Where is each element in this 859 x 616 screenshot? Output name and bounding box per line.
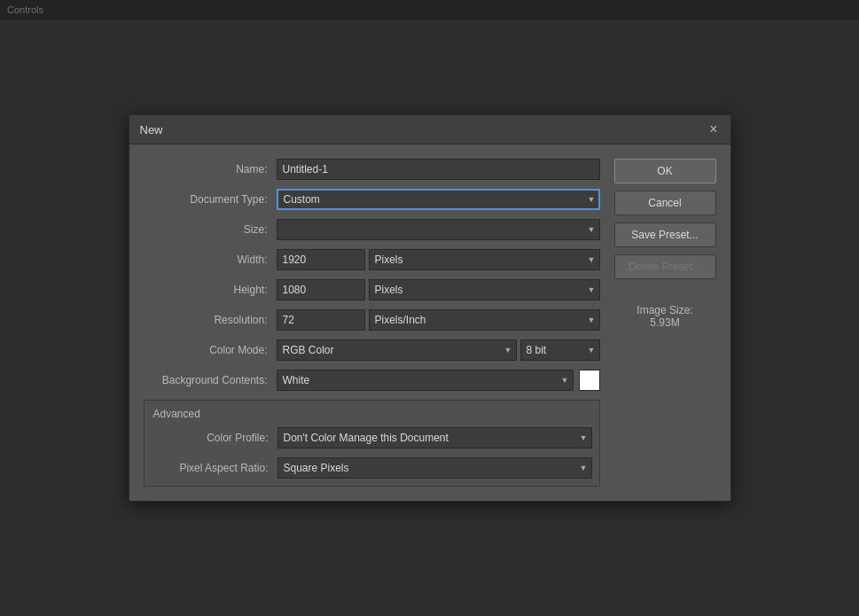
doc-type-row: Document Type: Custom Default Photoshop … xyxy=(144,189,600,210)
width-unit-select[interactable]: Pixels Inches Centimeters Millimeters Po… xyxy=(369,249,600,270)
size-select-row xyxy=(277,219,600,240)
height-input[interactable] xyxy=(277,279,365,300)
color-profile-select[interactable]: Don't Color Manage this Document sRGB IE… xyxy=(277,427,592,448)
width-row: Width: Pixels Inches Centimeters Millime… xyxy=(144,249,600,270)
save-preset-button[interactable]: Save Preset... xyxy=(614,222,716,247)
ok-button[interactable]: OK xyxy=(614,159,716,183)
color-swatch[interactable] xyxy=(579,370,600,391)
image-size-label: Image Size: xyxy=(614,304,716,316)
bg-contents-group: White Background Color Transparent xyxy=(277,370,600,391)
size-row: Size: xyxy=(144,219,600,240)
color-depth-select[interactable]: 8 bit 16 bit 32 bit xyxy=(520,339,600,361)
image-size-value: 5.93M xyxy=(614,316,716,329)
name-input[interactable] xyxy=(277,159,600,180)
width-input-group: Pixels Inches Centimeters Millimeters Po… xyxy=(277,249,600,270)
doc-type-label: Document Type: xyxy=(144,193,277,206)
color-mode-row: Color Mode: RGB Color CMYK Color Graysca… xyxy=(144,339,600,361)
buttons-section: OK Cancel Save Preset... Delete Preset..… xyxy=(614,159,716,487)
bg-contents-wrapper: White Background Color Transparent xyxy=(277,370,574,391)
pixel-ratio-label: Pixel Aspect Ratio: xyxy=(144,462,277,474)
resolution-input-group: Pixels/Inch Pixels/Centimeter xyxy=(277,309,600,331)
width-label: Width: xyxy=(144,253,277,266)
height-unit-wrapper: Pixels Inches Centimeters Millimeters Po… xyxy=(369,279,600,300)
color-mode-select[interactable]: RGB Color CMYK Color Grayscale Lab Color… xyxy=(277,339,517,361)
width-unit-wrapper: Pixels Inches Centimeters Millimeters Po… xyxy=(369,249,600,270)
size-select[interactable] xyxy=(277,219,600,240)
color-mode-wrapper: RGB Color CMYK Color Grayscale Lab Color… xyxy=(277,339,517,361)
resolution-row: Resolution: Pixels/Inch Pixels/Centimete… xyxy=(144,309,600,331)
height-unit-select[interactable]: Pixels Inches Centimeters Millimeters Po… xyxy=(369,279,600,300)
advanced-section: Advanced Color Profile: Don't Color Mana… xyxy=(144,400,600,487)
bg-contents-select[interactable]: White Background Color Transparent xyxy=(277,370,574,391)
bg-contents-label: Background Contents: xyxy=(144,374,277,386)
width-input[interactable] xyxy=(277,249,365,270)
dialog-title: New xyxy=(140,123,163,136)
color-profile-row: Color Profile: Don't Color Manage this D… xyxy=(144,427,599,448)
new-document-dialog: New × Name: Document Type: Custom xyxy=(129,114,731,502)
name-row: Name: xyxy=(144,159,600,180)
pixel-ratio-select[interactable]: Square Pixels Custom D1/DV NTSC (0.91) D… xyxy=(277,457,592,479)
pixel-ratio-wrapper: Square Pixels Custom D1/DV NTSC (0.91) D… xyxy=(277,457,592,479)
resolution-input[interactable] xyxy=(277,309,365,331)
height-input-group: Pixels Inches Centimeters Millimeters Po… xyxy=(277,279,600,300)
doc-type-select[interactable]: Custom Default Photoshop Size US Paper I… xyxy=(277,189,600,210)
color-mode-group: RGB Color CMYK Color Grayscale Lab Color… xyxy=(277,339,600,361)
color-profile-wrapper: Don't Color Manage this Document sRGB IE… xyxy=(277,427,592,448)
resolution-unit-select[interactable]: Pixels/Inch Pixels/Centimeter xyxy=(369,309,600,331)
close-button[interactable]: × xyxy=(707,122,719,136)
dialog-body: Name: Document Type: Custom Default Phot… xyxy=(129,144,730,501)
name-label: Name: xyxy=(144,163,277,175)
resolution-label: Resolution: xyxy=(144,314,277,326)
resolution-unit-wrapper: Pixels/Inch Pixels/Centimeter xyxy=(369,309,600,331)
height-row: Height: Pixels Inches Centimeters Millim… xyxy=(144,279,600,300)
doc-type-select-wrapper: Custom Default Photoshop Size US Paper I… xyxy=(277,189,600,210)
height-label: Height: xyxy=(144,284,277,296)
form-section: Name: Document Type: Custom Default Phot… xyxy=(144,159,600,487)
pixel-ratio-row: Pixel Aspect Ratio: Square Pixels Custom… xyxy=(144,457,599,479)
color-mode-label: Color Mode: xyxy=(144,344,277,356)
bg-contents-row: Background Contents: White Background Co… xyxy=(144,370,600,391)
delete-preset-button[interactable]: Delete Preset... xyxy=(614,254,716,279)
color-depth-wrapper: 8 bit 16 bit 32 bit xyxy=(520,339,600,361)
image-size-info: Image Size: 5.93M xyxy=(614,304,716,329)
size-label: Size: xyxy=(144,223,277,236)
cancel-button[interactable]: Cancel xyxy=(614,191,716,215)
advanced-label: Advanced xyxy=(153,408,599,420)
color-profile-label: Color Profile: xyxy=(144,432,277,444)
dialog-titlebar: New × xyxy=(129,115,730,144)
size-select-wrapper xyxy=(277,219,600,240)
dialog-overlay: New × Name: Document Type: Custom xyxy=(0,0,859,616)
